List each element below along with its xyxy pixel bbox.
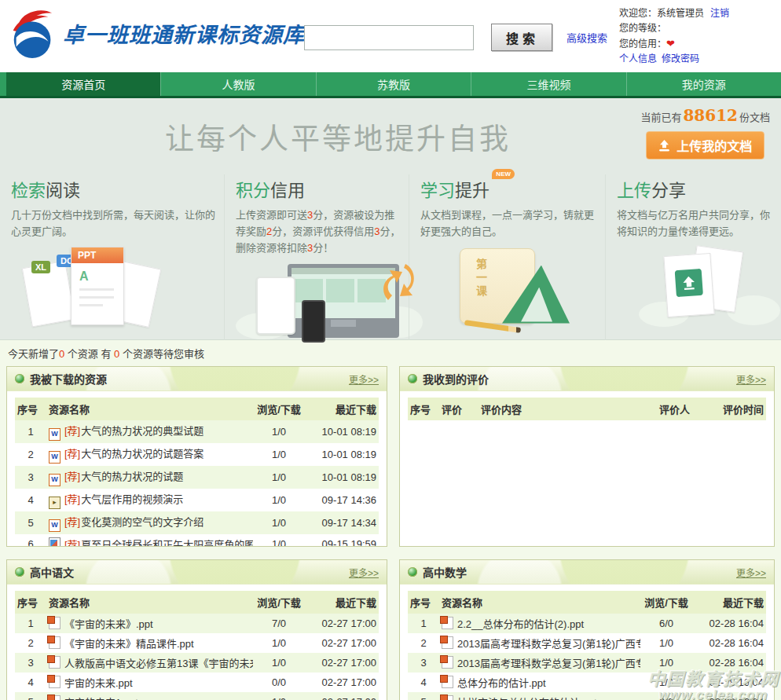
word-doc-icon: W xyxy=(49,474,60,486)
notebook-label: 第一课 xyxy=(473,258,489,299)
resource-link[interactable]: 2013届高考理科数学总复习(第1轮)广西专版... xyxy=(457,658,640,669)
more-link[interactable]: 更多>> xyxy=(349,566,379,579)
more-link[interactable]: 更多>> xyxy=(736,372,766,386)
column-header: 浏览/下载 xyxy=(253,591,305,614)
row-index: 4 xyxy=(15,489,46,511)
credit-line: 您的信用：❤ xyxy=(619,36,773,52)
resource-link[interactable]: 抽样方法与总体分布的估计.ppt xyxy=(457,697,597,700)
word-doc-icon: W xyxy=(49,451,60,464)
search-area: 搜索 高级搜索 xyxy=(304,24,607,51)
resource-link[interactable]: 2.2__总体分布的估计(2).ppt xyxy=(457,618,584,630)
resource-link[interactable]: 《宇宙的未来》.ppt xyxy=(64,618,153,630)
text-segment: 个资源 有 xyxy=(64,348,114,360)
nav-item-sujiao[interactable]: 苏教版 xyxy=(316,72,471,96)
row-index: 1 xyxy=(15,614,46,633)
panel-table-container: 序号资源名称浏览/下载最近下载1W[荐]大气的热力状况的典型试题1/010-01… xyxy=(7,391,387,547)
user-info: 欢迎您：系统管理员注销 您的等级： 您的信用：❤ 个人信息修改密码 xyxy=(619,6,773,67)
logout-link[interactable]: 注销 xyxy=(710,8,729,19)
views-downloads: 1/0 xyxy=(253,489,305,511)
last-download-time: 10-01 08:19 xyxy=(305,443,379,466)
column-header: 浏览/下载 xyxy=(640,591,692,614)
banner-right: 当前已有88612份文档 上传我的文档 xyxy=(640,106,770,159)
resource-link[interactable]: 人教版高中语文必修五第13课《宇宙的未来》... xyxy=(64,658,253,669)
ppt-file-icon xyxy=(49,656,60,669)
resource-link[interactable]: 《宇宙的未来》精品课件.ppt xyxy=(64,638,194,650)
feature-title-green: 积分 xyxy=(236,181,270,200)
word-doc-icon: W xyxy=(49,519,60,532)
search-button[interactable]: 搜索 xyxy=(491,24,552,51)
views-downloads: 1/0 xyxy=(253,420,305,443)
search-input[interactable] xyxy=(304,25,474,50)
upload-share-illustration xyxy=(617,245,773,341)
table-row: 4▸[荐]大气层作用的视频演示1/009-17 14:36 xyxy=(15,489,379,511)
document-count: 当前已有88612份文档 xyxy=(640,106,770,125)
row-index: 3 xyxy=(15,653,46,673)
resource-link[interactable]: 2013届高考理科数学总复习(第1轮)广西专版... xyxy=(457,638,640,650)
panel-header: 我收到的评价 更多>> xyxy=(400,367,774,391)
table-row: 2W[荐]大气的热力状况的试题答案1/010-01 08:19 xyxy=(15,443,379,466)
nav-item-home[interactable]: 资源首页 xyxy=(6,72,160,96)
last-download-time: 02-28 16:04 xyxy=(692,673,766,692)
panel-header: 高中数学 更多>> xyxy=(400,560,774,585)
more-link[interactable]: 更多>> xyxy=(736,566,766,579)
column-header: 资源名称 xyxy=(46,591,253,614)
green-orb-icon xyxy=(408,374,417,383)
resource-link[interactable]: [荐]夏至日全球昼长和正午太阳高度角的图片 xyxy=(64,539,253,547)
resource-link[interactable]: [荐]大气的热力状况的试题 xyxy=(64,471,183,482)
row-index: 5 xyxy=(408,692,439,700)
change-password-link[interactable]: 修改密码 xyxy=(662,53,699,64)
features-row: 检索阅读 几十万份文档中找到所需，每天阅读，让你的心灵更广阔。 XL DOC P… xyxy=(0,174,781,338)
last-download-time: 02-27 17:00 xyxy=(305,692,379,700)
site-logo: 卓一班班通新课标资源库 xyxy=(6,5,305,61)
resource-link[interactable]: [荐]大气的热力状况的试题答案 xyxy=(64,448,204,460)
last-download-time: 09-17 14:36 xyxy=(305,489,379,511)
last-download-time: 02-27 17:00 xyxy=(305,673,379,692)
nav-item-renjiao[interactable]: 人教版 xyxy=(160,72,315,96)
last-download-time: 09-17 14:34 xyxy=(305,511,379,534)
resource-link[interactable]: [荐]大气层作用的视频演示 xyxy=(64,493,183,505)
column-header: 评价人 xyxy=(637,398,692,420)
profile-link[interactable]: 个人信息 xyxy=(619,53,657,64)
feature-search-read: 检索阅读 几十万份文档中找到所需，每天阅读，让你的心灵更广阔。 XL DOC P… xyxy=(0,174,224,357)
row-index: 3 xyxy=(408,653,439,673)
panel-table-container: 序号资源名称浏览/下载最近下载1《宇宙的未来》.ppt7/002-27 17:0… xyxy=(7,585,387,700)
advanced-search-link[interactable]: 高级搜索 xyxy=(566,30,607,45)
views-downloads: 1/0 xyxy=(253,692,305,700)
views-downloads: 1/0 xyxy=(640,633,692,653)
video-clip-icon: ▸ xyxy=(49,497,60,509)
feature-upload-share: 上传分享 将文档与亿万名用户共同分享，你将知识的力量传递得更远。 xyxy=(605,174,781,357)
views-downloads: 1/0 xyxy=(253,633,305,653)
top-bar: 卓一班班通新课标资源库 搜索 高级搜索 欢迎您：系统管理员注销 您的等级： 您的… xyxy=(0,0,781,72)
feature-title-dark: 阅读 xyxy=(46,181,80,200)
nav-item-sanwei-video[interactable]: 三维视频 xyxy=(471,72,625,96)
resource-link[interactable]: 宇宙的未来.ppt xyxy=(64,677,133,689)
upload-arrow-icon xyxy=(675,268,703,296)
resource-link[interactable]: [荐]变化莫测的空气的文字介绍 xyxy=(64,516,204,528)
views-downloads: 0/0 xyxy=(640,692,692,700)
last-download-time: 02-28 16:04 xyxy=(692,692,766,700)
count-prefix: 当前已有 xyxy=(640,112,681,123)
front-document: PPT A xyxy=(71,247,124,325)
level-line: 您的等级： xyxy=(619,21,773,36)
feature-title-dark: 提升 xyxy=(455,181,490,200)
ppt-file-icon xyxy=(442,617,453,629)
table-row: 5抽样方法与总体分布的估计.ppt0/002-28 16:04 xyxy=(408,692,766,700)
triangle-ruler-inner xyxy=(521,288,552,322)
feature-title: 检索阅读 xyxy=(11,176,80,201)
views-downloads: 1/0 xyxy=(253,653,305,673)
more-link[interactable]: 更多>> xyxy=(349,372,379,386)
resource-name-cell: 抽样方法与总体分布的估计.ppt xyxy=(439,692,640,700)
resource-link[interactable]: 总体分布的估计.ppt xyxy=(457,677,546,689)
resource-link[interactable]: 宇宙的未来1.ppt xyxy=(64,697,138,700)
text-line xyxy=(79,304,103,306)
resource-link[interactable]: [荐]大气的热力状况的典型试题 xyxy=(64,425,204,437)
upload-button[interactable]: 上传我的文档 xyxy=(646,131,764,159)
table-row: 1《宇宙的未来》.ppt7/002-27 17:00 xyxy=(15,614,379,633)
row-index: 6 xyxy=(15,534,46,547)
nav-item-my-resources[interactable]: 我的资源 xyxy=(626,72,781,96)
row-index: 2 xyxy=(15,443,46,466)
resource-table: 序号评价评价内容评价人评价时间 xyxy=(408,398,766,420)
column-header: 最近下载 xyxy=(692,591,766,614)
feature-title: 学习提升NEW xyxy=(420,176,490,201)
last-download-time: 02-28 16:04 xyxy=(692,633,766,653)
